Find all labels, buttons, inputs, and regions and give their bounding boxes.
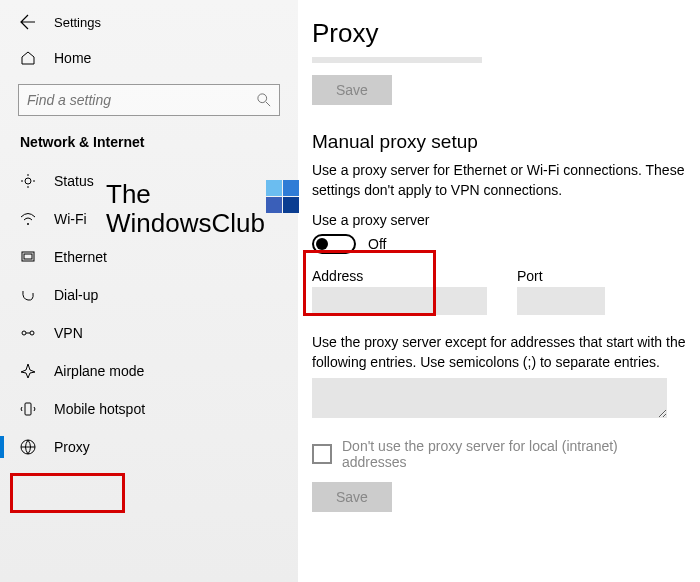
local-checkbox-row: Don't use the proxy server for local (in… xyxy=(312,438,686,470)
globe-icon xyxy=(20,439,36,455)
nav-label: Ethernet xyxy=(54,249,107,265)
nav-label: VPN xyxy=(54,325,83,341)
svg-point-1 xyxy=(25,178,31,184)
page-title: Proxy xyxy=(312,18,686,49)
home-icon xyxy=(20,50,36,66)
back-arrow-icon[interactable] xyxy=(20,14,36,30)
settings-sidebar: Settings Home Network & Internet Status … xyxy=(0,0,298,582)
search-icon xyxy=(257,93,271,107)
watermark-text: The WindowsClub xyxy=(106,180,265,237)
toggle-knob xyxy=(316,238,328,250)
proxy-toggle-label: Use a proxy server xyxy=(312,212,686,228)
nav-label: Status xyxy=(54,173,94,189)
proxy-toggle[interactable] xyxy=(312,234,356,254)
sidebar-item-home[interactable]: Home xyxy=(0,40,298,76)
svg-rect-7 xyxy=(25,403,31,415)
watermark-logo-icon xyxy=(266,180,300,214)
sidebar-item-airplane[interactable]: Airplane mode xyxy=(0,352,298,390)
field-row: Address Port xyxy=(312,268,686,315)
local-checkbox-label: Don't use the proxy server for local (in… xyxy=(342,438,686,470)
sidebar-item-hotspot[interactable]: Mobile hotspot xyxy=(0,390,298,428)
sidebar-item-dialup[interactable]: Dial-up xyxy=(0,276,298,314)
airplane-icon xyxy=(20,363,36,379)
hotspot-icon xyxy=(20,401,36,417)
wifi-icon xyxy=(20,211,36,227)
local-checkbox[interactable] xyxy=(312,444,332,464)
port-input[interactable] xyxy=(517,287,605,315)
dialup-icon xyxy=(20,287,36,303)
save-button-bottom[interactable]: Save xyxy=(312,482,392,512)
sidebar-item-proxy[interactable]: Proxy xyxy=(0,428,298,466)
status-icon xyxy=(20,173,36,189)
section-heading: Manual proxy setup xyxy=(312,131,686,153)
nav-label: Proxy xyxy=(54,439,90,455)
toggle-row: Off xyxy=(312,234,686,254)
nav-label: Dial-up xyxy=(54,287,98,303)
save-button-top[interactable]: Save xyxy=(312,75,392,105)
port-label: Port xyxy=(517,268,605,284)
main-content: Proxy Save Manual proxy setup Use a prox… xyxy=(298,0,700,582)
nav-label: Airplane mode xyxy=(54,363,144,379)
ethernet-icon xyxy=(20,249,36,265)
nav-label: Wi-Fi xyxy=(54,211,87,227)
sidebar-item-vpn[interactable]: VPN xyxy=(0,314,298,352)
svg-rect-4 xyxy=(24,254,32,259)
svg-point-5 xyxy=(22,331,26,335)
divider xyxy=(312,57,482,63)
search-input[interactable] xyxy=(27,92,257,108)
header-row: Settings xyxy=(0,0,298,40)
svg-point-6 xyxy=(30,331,34,335)
section-description: Use a proxy server for Ethernet or Wi-Fi… xyxy=(312,161,686,200)
settings-label: Settings xyxy=(54,15,101,30)
home-label: Home xyxy=(54,50,91,66)
exceptions-description: Use the proxy server except for addresse… xyxy=(312,333,686,372)
exceptions-input[interactable] xyxy=(312,378,667,418)
nav-label: Mobile hotspot xyxy=(54,401,145,417)
vpn-icon xyxy=(20,325,36,341)
search-box[interactable] xyxy=(18,84,280,116)
svg-point-2 xyxy=(27,223,29,225)
address-label: Address xyxy=(312,268,487,284)
address-input[interactable] xyxy=(312,287,487,315)
toggle-state-label: Off xyxy=(368,236,386,252)
category-heading: Network & Internet xyxy=(0,130,298,162)
svg-point-0 xyxy=(258,94,267,103)
sidebar-item-ethernet[interactable]: Ethernet xyxy=(0,238,298,276)
